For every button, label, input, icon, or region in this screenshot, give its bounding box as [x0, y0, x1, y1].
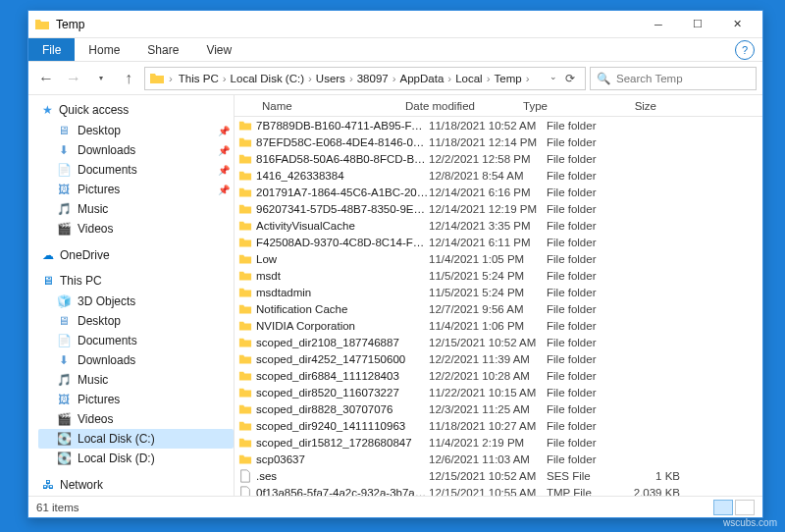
file-type: File folder — [547, 303, 625, 315]
file-date: 12/2/2021 12:58 PM — [429, 153, 547, 165]
maximize-button[interactable]: ☐ — [678, 12, 717, 37]
refresh-button[interactable]: ⟳ — [565, 72, 575, 85]
nav-item-downloads[interactable]: ⬇Downloads📌 — [38, 140, 234, 160]
file-row[interactable]: Notification Cache12/7/2021 9:56 AMFile … — [235, 300, 762, 317]
file-name: scoped_dir15812_1728680847 — [256, 437, 429, 449]
dropdown-icon[interactable]: ⌄ — [550, 72, 557, 85]
breadcrumb-item[interactable]: Temp — [493, 73, 524, 84]
nav-item-pictures[interactable]: 🖼Pictures — [38, 390, 234, 409]
file-type: File folder — [547, 403, 625, 415]
navigation-pane[interactable]: ★ Quick access 🖥Desktop📌⬇Downloads📌📄Docu… — [28, 95, 235, 496]
close-button[interactable]: ✕ — [717, 12, 757, 37]
recent-button[interactable]: ▾ — [89, 67, 113, 90]
file-row[interactable]: scp0363712/6/2021 11:03 AMFile folder — [235, 451, 762, 467]
breadcrumb-item[interactable]: This PC — [177, 73, 221, 84]
details-view-button[interactable] — [713, 500, 733, 515]
nav-item-desktop[interactable]: 🖥Desktop📌 — [38, 121, 234, 140]
search-input[interactable]: 🔍 Search Temp — [590, 67, 757, 90]
tab-share[interactable]: Share — [133, 39, 192, 61]
file-date: 11/5/2021 5:24 PM — [429, 270, 547, 282]
nav-item-documents[interactable]: 📄Documents — [38, 331, 234, 350]
file-row[interactable]: Low11/4/2021 1:05 PMFile folder — [235, 250, 762, 267]
onedrive[interactable]: ☁ OneDrive — [38, 246, 234, 264]
breadcrumb-item[interactable]: Local — [453, 73, 485, 84]
chevron-right-icon: › — [306, 73, 314, 84]
network[interactable]: 🖧 Network — [38, 476, 234, 494]
file-row[interactable]: msdtadmin11/5/2021 5:24 PMFile folder — [235, 284, 762, 300]
file-date: 12/14/2021 6:11 PM — [429, 237, 547, 248]
file-row[interactable]: 1416_42633838412/8/2021 8:54 AMFile fold… — [235, 167, 762, 184]
file-row[interactable]: 816FAD58-50A6-48B0-8FCD-BE67A6C276...12/… — [235, 150, 762, 167]
col-size[interactable]: Size — [602, 100, 670, 112]
nav-item-music[interactable]: 🎵Music — [38, 370, 234, 390]
nav-item-videos[interactable]: 🎬Videos — [38, 409, 234, 429]
file-name: scoped_dir4252_1477150600 — [256, 353, 429, 365]
forward-button[interactable]: → — [62, 67, 85, 90]
nav-item-3d-objects[interactable]: 🧊3D Objects — [38, 292, 234, 311]
column-headers[interactable]: Name Date modified Type Size — [235, 95, 762, 117]
file-row[interactable]: scoped_dir9240_141111096311/18/2021 10:2… — [235, 417, 762, 434]
file-name: scoped_dir8520_116073227 — [256, 387, 429, 399]
file-row[interactable]: 7B7889DB-B160-4711-AB95-FAB5E8FE841411/1… — [235, 117, 762, 133]
tab-file[interactable]: File — [28, 38, 75, 61]
breadcrumb-item[interactable]: Local Disk (C:) — [229, 73, 306, 84]
titlebar[interactable]: Temp ─ ☐ ✕ — [28, 11, 762, 38]
file-list[interactable]: 7B7889DB-B160-4711-AB95-FAB5E8FE841411/1… — [235, 117, 762, 496]
nav-item-pictures[interactable]: 🖼Pictures📌 — [38, 180, 234, 199]
file-row[interactable]: 87EFD58C-E068-4DE4-8146-0E4B68B1096D11/1… — [235, 133, 762, 150]
col-name[interactable]: Name — [238, 100, 405, 112]
icons-view-button[interactable] — [735, 500, 755, 515]
file-date: 11/18/2021 10:27 AM — [429, 420, 547, 432]
file-row[interactable]: 0f13a856-5fa7-4a2c-932a-3b7a98d46bac...1… — [235, 484, 762, 496]
nav-item-downloads[interactable]: ⬇Downloads — [38, 350, 234, 370]
file-row[interactable]: scoped_dir15812_172868084711/4/2021 2:19… — [235, 434, 762, 451]
file-row[interactable]: msdt11/5/2021 5:24 PMFile folder — [235, 267, 762, 284]
folder-icon — [238, 202, 256, 216]
cloud-icon: ☁ — [42, 248, 54, 262]
file-row[interactable]: ActivityVisualCache12/14/2021 3:35 PMFil… — [235, 217, 762, 234]
file-type: File folder — [547, 120, 625, 132]
downloads-icon: ⬇ — [56, 352, 72, 368]
file-row[interactable]: .ses12/15/2021 10:52 AMSES File1 KB — [235, 467, 762, 484]
file-name: scoped_dir9240_1411110963 — [256, 420, 429, 432]
file-row[interactable]: F42508AD-9370-4C8D-8C14-F934C6625BEB12/1… — [235, 234, 762, 250]
breadcrumb-item[interactable]: Users — [314, 73, 347, 84]
quick-access[interactable]: ★ Quick access — [38, 101, 234, 119]
help-button[interactable]: ? — [735, 40, 755, 60]
minimize-button[interactable]: ─ — [639, 12, 678, 37]
tab-home[interactable]: Home — [75, 39, 133, 61]
file-row[interactable]: scoped_dir6884_11112840312/2/2021 10:28 … — [235, 367, 762, 384]
back-button[interactable]: ← — [34, 67, 58, 90]
file-row[interactable]: scoped_dir4252_147715060012/2/2021 11:39… — [235, 350, 762, 367]
music-icon: 🎵 — [56, 372, 72, 388]
nav-item-music[interactable]: 🎵Music — [38, 199, 234, 219]
file-row[interactable]: 201791A7-1864-45C6-A1BC-208986DC183712/1… — [235, 184, 762, 200]
breadcrumb-item[interactable]: 38097 — [355, 73, 391, 84]
file-row[interactable]: scoped_dir8520_11607322711/22/2021 10:15… — [235, 384, 762, 400]
file-date: 12/3/2021 11:25 AM — [429, 403, 547, 415]
col-type[interactable]: Type — [523, 100, 602, 112]
file-explorer-window: Temp ─ ☐ ✕ File Home Share View ? ← → ▾ … — [27, 10, 763, 518]
file-row[interactable]: scoped_dir2108_18774688712/15/2021 10:52… — [235, 334, 762, 350]
folder-icon — [238, 169, 256, 183]
nav-item-documents[interactable]: 📄Documents📌 — [38, 160, 234, 180]
nav-item-desktop[interactable]: 🖥Desktop — [38, 311, 234, 331]
address-bar[interactable]: › This PC›Local Disk (C:)›Users›38097›Ap… — [144, 67, 586, 90]
folder-icon — [238, 286, 256, 299]
file-date: 11/18/2021 12:14 PM — [429, 136, 547, 148]
this-pc[interactable]: 🖥 This PC — [38, 272, 234, 290]
file-type: File folder — [547, 353, 625, 365]
tab-view[interactable]: View — [192, 39, 245, 61]
col-date[interactable]: Date modified — [405, 100, 523, 112]
nav-item-videos[interactable]: 🎬Videos — [38, 219, 234, 239]
file-row[interactable]: NVIDIA Corporation11/4/2021 1:06 PMFile … — [235, 317, 762, 334]
file-name: 87EFD58C-E068-4DE4-8146-0E4B68B1096D — [256, 136, 429, 148]
breadcrumb-item[interactable]: AppData — [398, 73, 446, 84]
file-name: .ses — [256, 470, 429, 482]
file-row[interactable]: scoped_dir8828_3070707612/3/2021 11:25 A… — [235, 400, 762, 417]
file-row[interactable]: 96207341-57D5-48B7-8350-9E426C1EB88F12/1… — [235, 200, 762, 217]
nav-item-local-disk-d-[interactable]: 💽Local Disk (D:) — [38, 449, 234, 468]
nav-item-local-disk-c-[interactable]: 💽Local Disk (C:) — [38, 429, 234, 449]
file-type: File folder — [547, 203, 625, 215]
up-button[interactable]: ↑ — [117, 67, 140, 90]
